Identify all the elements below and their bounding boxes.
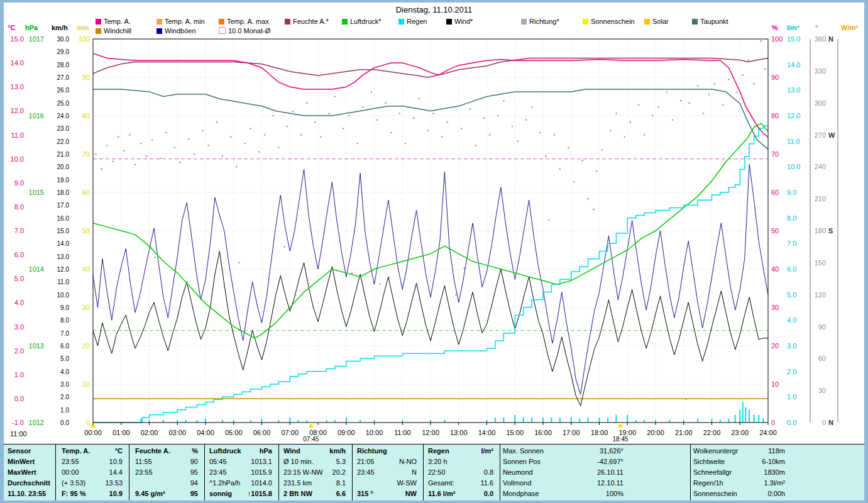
richtung-dot (95, 153, 97, 155)
sun-mark-icon (618, 424, 622, 428)
x-tick-label: 17:00 (563, 429, 580, 436)
legend-swatch-icon (446, 19, 452, 25)
richtung-dot (356, 143, 358, 145)
richtung-dot (419, 98, 420, 100)
richtung-dot (680, 100, 682, 102)
richtung-dot (160, 157, 162, 159)
richtung-dot (146, 155, 148, 157)
table-divider (278, 445, 279, 500)
richtung-dot (404, 143, 406, 145)
axis-tick-pct: 60 (771, 189, 779, 196)
richtung-dot (602, 149, 603, 151)
rain-bar (754, 415, 755, 423)
rain-bar (720, 420, 721, 423)
richtung-dot (348, 115, 350, 117)
axis-tick-degC: 10.0 (11, 155, 24, 163)
rain-bar (163, 420, 164, 423)
axis-tick-kmh: 11.0 (57, 279, 69, 285)
info-value-3: 1.3l/m² (693, 478, 785, 489)
astro-value-2: 26.10.11 (503, 467, 624, 478)
richtung-dot (761, 40, 762, 42)
stat-feuchte-a--val-3: 95 (135, 489, 198, 499)
rain-bar (728, 419, 729, 423)
richtung-dot (545, 155, 547, 157)
richtung-dot (539, 132, 541, 134)
stat-temp-a--val-2: 13.53 (62, 478, 123, 489)
axis-tick-lm2: 9.0 (787, 189, 796, 196)
richtung-dot (314, 121, 316, 123)
axis-tick-degC: 8.0 (14, 203, 24, 211)
stat-wind-val-2: 8.1 (283, 478, 346, 489)
x-tick-label: 18:00 (591, 429, 608, 436)
axis-tick-pct: 40 (771, 265, 779, 273)
richtung-dot (343, 128, 344, 130)
rain-bar (495, 417, 496, 423)
legend-label: 10.0 Monat-Ø (228, 27, 270, 35)
axis-tick-lm2: 1.0 (787, 393, 796, 401)
legend-label: Wind* (454, 18, 473, 25)
legend-label: Windchill (104, 27, 131, 35)
x-tick-label: 09:00 (338, 429, 355, 436)
x-tick-label: 22:00 (703, 429, 721, 436)
axis-header-min: min (77, 24, 89, 31)
rain-bar (669, 420, 670, 423)
legend-swatch-icon (342, 19, 348, 25)
axis-tick-min: 10 (82, 380, 90, 388)
axis-tick-hPa: 1014 (29, 265, 44, 273)
rain-bar (503, 417, 504, 423)
x-tick-label: 13:00 (450, 429, 468, 436)
axis-tick-kmh: 29.0 (57, 48, 70, 55)
legend-item-windb-en: Windböen (157, 27, 196, 35)
legend-item-luftdruck-: Luftdruck* (342, 18, 382, 25)
rain-bar (346, 417, 347, 423)
axis-header-°: ° (815, 24, 818, 31)
stat-richtung-val-1: N (357, 467, 417, 478)
row-label-0: Sensor (8, 446, 31, 456)
legend-item-windchill: Windchill (96, 27, 131, 35)
richtung-dot (283, 246, 285, 248)
stat-temp-a--val-1: 14.4 (62, 467, 123, 478)
table-divider (690, 445, 691, 500)
rain-bar (749, 410, 750, 423)
axis-tick-deg: 90 (818, 323, 826, 331)
axis-tick-kmh: 30.0 (57, 36, 70, 43)
richtung-dot (554, 134, 556, 136)
axis-tick-degC: 3.0 (14, 323, 24, 331)
x-tick-label: 23:00 (731, 429, 749, 436)
axis-tick-hPa: 1015 (29, 189, 44, 196)
x-tick-label: 21:00 (675, 429, 693, 436)
richtung-dot (334, 96, 336, 97)
axis-tick-kmh: 10.0 (57, 292, 70, 299)
richtung-dot (194, 153, 195, 155)
richtung-dot (475, 145, 476, 146)
richtung-dot (390, 132, 392, 134)
axis-tick-deg: 0 (822, 419, 826, 426)
richtung-dot (624, 136, 625, 138)
axis-tick-kmh: 28.0 (57, 62, 70, 69)
table-divider (204, 445, 205, 500)
legend-swatch-icon (96, 28, 101, 34)
axis-tick-degC: -1.0 (12, 419, 24, 426)
richtung-dot (272, 115, 274, 117)
richtung-dot (188, 138, 190, 140)
axis-tick-lm2: 5.0 (787, 291, 796, 299)
axis-tick-lm2: 14.0 (787, 61, 800, 69)
richtung-dot (615, 113, 617, 114)
table-divider (55, 445, 56, 500)
richtung-dot (238, 262, 240, 264)
axis-tick-lm2: 13.0 (787, 86, 800, 94)
axis-tick-pct: 10 (771, 380, 779, 388)
info-value-2: 1830m (693, 467, 785, 478)
axis-tick-hPa: 1016 (29, 112, 44, 119)
richtung-dot (371, 91, 373, 93)
rain-bar (531, 417, 532, 423)
axis-tick-kmh: 9.0 (60, 304, 69, 311)
rain-bar (374, 420, 375, 423)
astro-value-4: 100% (503, 489, 624, 499)
weather-chart: 15.014.013.012.011.010.09.08.07.06.05.04… (0, 0, 868, 444)
x-tick-label: 05:00 (225, 429, 243, 436)
richtung-dot (503, 100, 505, 102)
richtung-dot (483, 117, 485, 119)
richtung-dot (742, 74, 744, 76)
legend-item-sonnenschein: Sonnenschein (583, 18, 635, 25)
